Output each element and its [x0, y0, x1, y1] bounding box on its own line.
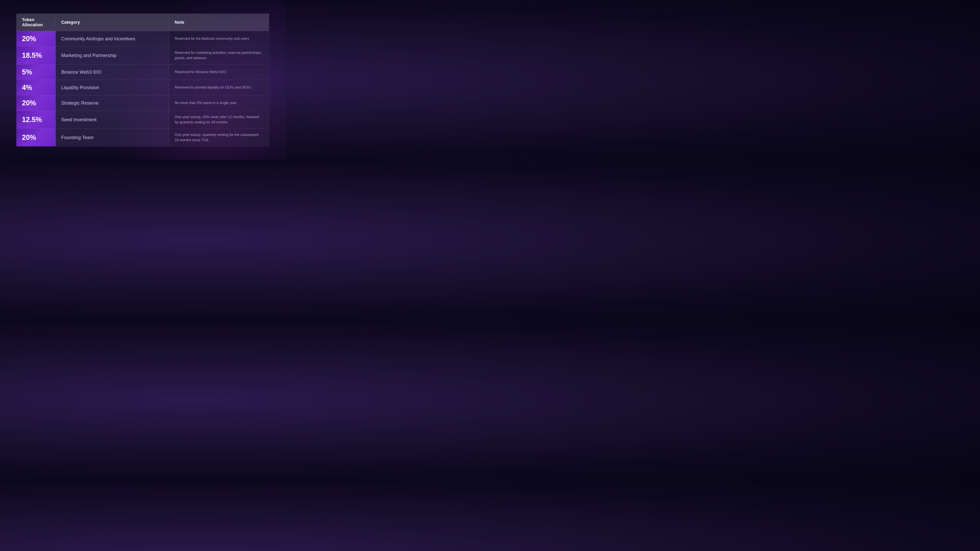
category-cell: Marketing and Partnership: [56, 46, 169, 64]
category-cell: Community Airdrops and Incentives: [56, 31, 169, 46]
table-row: 18.5%Marketing and PartnershipReserved f…: [16, 46, 269, 64]
note-cell: Reserved to provide liquidity on CEXs an…: [169, 80, 269, 95]
note-cell: One-year lockup, quarterly vesting for t…: [169, 129, 269, 146]
header-category: Category: [56, 14, 169, 31]
table-row: 4%Liquidity ProvisionReserved to provide…: [16, 80, 269, 95]
allocation-pct: 18.5%: [16, 46, 56, 64]
allocation-pct: 12.5%: [16, 111, 56, 129]
header-allocation: Token Allocation: [16, 14, 56, 31]
allocation-pct: 20%: [16, 129, 56, 146]
token-allocation-table: Token Allocation Category Note 20%Commun…: [16, 14, 269, 146]
table-row: 20%Founding TeamOne-year lockup, quarter…: [16, 129, 269, 146]
note-cell: Reserved for Binance Web3 IDO: [169, 64, 269, 80]
table-row: 12.5%Seed InvestmentOne-year lockup, 25%…: [16, 111, 269, 129]
allocation-pct: 5%: [16, 64, 56, 80]
note-cell: No more than 5% spent in a single year: [169, 95, 269, 111]
category-cell: Binance Web3 IDO: [56, 64, 169, 80]
category-cell: Seed Investment: [56, 111, 169, 129]
allocation-pct: 20%: [16, 31, 56, 46]
allocation-pct: 20%: [16, 95, 56, 111]
table-header-row: Token Allocation Category Note: [16, 14, 269, 31]
note-cell: Reserved for the Bedrock community and u…: [169, 31, 269, 46]
note-cell: One-year lockup, 25% vests after 12 mont…: [169, 111, 269, 129]
category-cell: Liquidity Provision: [56, 80, 169, 95]
allocation-pct: 4%: [16, 80, 56, 95]
table-row: 5%Binance Web3 IDOReserved for Binance W…: [16, 64, 269, 80]
header-note: Note: [169, 14, 269, 31]
table-row: 20%Community Airdrops and IncentivesRese…: [16, 31, 269, 46]
category-cell: Strategic Reserve: [56, 95, 169, 111]
table-row: 20%Strategic ReserveNo more than 5% spen…: [16, 95, 269, 111]
category-cell: Founding Team: [56, 129, 169, 146]
note-cell: Reserved for marketing activities, exter…: [169, 46, 269, 64]
